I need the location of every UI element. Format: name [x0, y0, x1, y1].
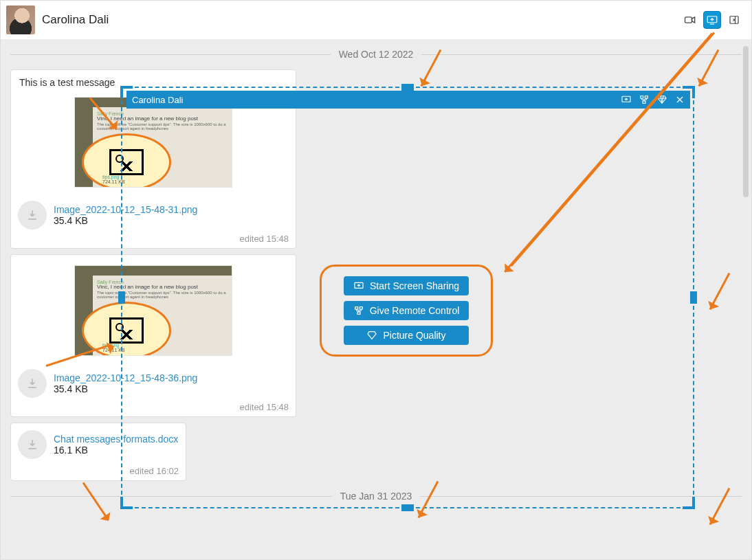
image-icon: [109, 317, 144, 344]
attachment-size: 16.1 KB: [54, 445, 178, 456]
svg-rect-10: [357, 312, 360, 314]
date-divider: Tue Jan 31 2023: [10, 491, 742, 502]
message-meta: edited 15:48: [11, 234, 296, 248]
contact-name: Carolina Dali: [42, 13, 109, 27]
chat-header: Carolina Dali: [1, 1, 751, 39]
message-meta: edited 15:48: [11, 402, 296, 416]
svg-rect-6: [643, 101, 645, 103]
picture-quality-button[interactable]: Picture Quality: [344, 326, 469, 345]
highlight-ellipse: [82, 302, 171, 355]
message-text: This is a test message: [19, 77, 287, 88]
attachment-thumbnail[interactable]: or attach them ge you need and essage an…: [75, 98, 232, 187]
give-remote-control-button[interactable]: Give Remote Control: [344, 301, 469, 320]
start-screen-sharing-button[interactable]: Start Screen Sharing: [344, 276, 469, 295]
network-icon[interactable]: [638, 93, 650, 106]
highlight-ellipse: [82, 133, 171, 187]
avatar[interactable]: [6, 5, 35, 34]
attachment-filename[interactable]: Chat messages formats.docx: [54, 434, 178, 445]
screen-share-icon[interactable]: [703, 11, 721, 29]
svg-rect-0: [685, 17, 692, 23]
download-icon[interactable]: [18, 369, 47, 398]
message-bubble: Chat messages formats.docx 16.1 KB edite…: [10, 423, 186, 481]
attachment-size: 35.4 KB: [54, 215, 197, 226]
svg-rect-9: [360, 307, 362, 309]
attachment-size: 35.4 KB: [54, 383, 197, 394]
video-call-icon[interactable]: [681, 11, 699, 29]
image-icon: [109, 149, 144, 175]
svg-rect-5: [645, 96, 648, 98]
close-icon[interactable]: [674, 93, 686, 106]
scrollbar[interactable]: [743, 46, 749, 197]
screen-icon[interactable]: [620, 93, 632, 106]
share-title: Carolina Dali: [131, 95, 620, 105]
expand-panel-icon[interactable]: [725, 11, 743, 29]
diamond-icon[interactable]: [656, 93, 668, 106]
download-icon[interactable]: [18, 201, 47, 229]
date-divider: Wed Oct 12 2022: [10, 49, 742, 60]
svg-rect-4: [641, 96, 643, 98]
attachment-filename[interactable]: Image_2022-10-12_15-48-36.png: [54, 372, 197, 383]
download-icon[interactable]: [18, 430, 47, 459]
message-meta: edited 16:02: [11, 466, 186, 480]
share-menu: Start Screen Sharing Give Remote Control…: [320, 265, 493, 357]
svg-rect-8: [355, 307, 357, 309]
attachment-thumbnail[interactable]: or attach them ge you need and essage an…: [75, 266, 232, 355]
message-bubble: or attach them ge you need and essage an…: [10, 254, 296, 417]
attachment-filename[interactable]: Image_2022-10-12_15-48-31.png: [54, 204, 197, 215]
share-titlebar[interactable]: Carolina Dali: [126, 91, 690, 109]
